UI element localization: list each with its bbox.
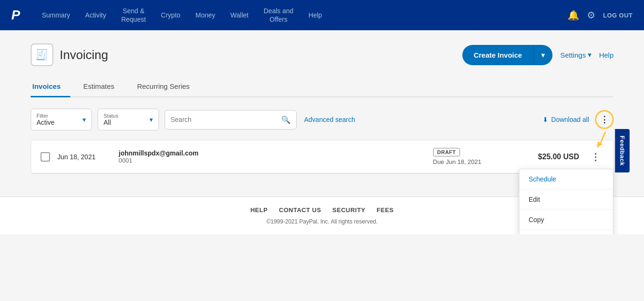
create-invoice-btn-group: Create Invoice ▾ bbox=[462, 45, 553, 65]
download-all-label: Download all bbox=[551, 116, 589, 123]
row-checkbox[interactable] bbox=[41, 152, 50, 162]
context-menu: Schedule Edit Copy Record payment Print … bbox=[519, 169, 613, 234]
footer-help[interactable]: HELP bbox=[251, 206, 268, 214]
search-icon: 🔍 bbox=[281, 115, 291, 124]
context-menu-record-payment[interactable]: Record payment bbox=[519, 230, 613, 234]
download-all-button[interactable]: ⬇ Download all bbox=[543, 116, 589, 123]
nav-send-request[interactable]: Send &Request bbox=[115, 3, 152, 27]
nav-links: Summary Activity Send &Request Crypto Mo… bbox=[35, 3, 568, 27]
invoicing-icon: 🧾 bbox=[31, 43, 53, 66]
footer-copyright: ©1999-2021 PayPal, Inc. All rights reser… bbox=[267, 218, 378, 225]
bell-icon[interactable]: 🔔 bbox=[568, 9, 579, 21]
footer-links: HELP CONTACT US SECURITY FEES bbox=[251, 206, 394, 214]
more-options-button[interactable]: ⋮ bbox=[595, 110, 614, 129]
footer-contact-us[interactable]: CONTACT US bbox=[279, 206, 321, 214]
invoice-amount: $25.00 USD bbox=[518, 153, 579, 161]
status-value: All bbox=[104, 119, 146, 126]
draft-badge: DRAFT bbox=[433, 148, 460, 156]
footer-security[interactable]: SECURITY bbox=[333, 206, 366, 214]
ellipsis-icon: ⋮ bbox=[600, 114, 609, 125]
nav-money[interactable]: Money bbox=[189, 8, 222, 23]
filter-inner: Filter Active bbox=[37, 113, 79, 126]
nav-help[interactable]: Help bbox=[302, 8, 329, 23]
tab-recurring[interactable]: Recurring Series bbox=[135, 77, 199, 97]
invoice-email: johnmillspdx@gmail.com bbox=[119, 149, 433, 157]
filter-value: Active bbox=[37, 119, 79, 126]
download-icon: ⬇ bbox=[543, 116, 548, 123]
status-dropdown[interactable]: Status All ▾ bbox=[98, 109, 159, 130]
nav-wallet[interactable]: Wallet bbox=[224, 8, 255, 23]
settings-button[interactable]: Settings ▾ bbox=[560, 51, 591, 59]
create-invoice-button[interactable]: Create Invoice bbox=[462, 45, 534, 65]
navbar-right: 🔔 ⚙ LOG OUT bbox=[568, 9, 633, 21]
invoice-email-block: johnmillspdx@gmail.com 0001 bbox=[119, 149, 433, 164]
settings-chevron-icon: ▾ bbox=[588, 51, 592, 59]
footer-fees[interactable]: FEES bbox=[376, 206, 393, 214]
nav-crypto[interactable]: Crypto bbox=[154, 8, 187, 23]
invoice-date: Jun 18, 2021 bbox=[58, 153, 109, 161]
feedback-button[interactable]: Feedback bbox=[615, 129, 630, 172]
main-content: 🧾 Invoicing Create Invoice ▾ Settings ▾ … bbox=[16, 30, 629, 174]
context-menu-edit[interactable]: Edit bbox=[519, 189, 613, 210]
page-title-area: 🧾 Invoicing bbox=[31, 43, 109, 66]
advanced-search-link[interactable]: Advanced search bbox=[304, 116, 355, 123]
status-inner: Status All bbox=[104, 113, 146, 126]
filter-label: Filter bbox=[37, 113, 79, 119]
invoice-number: 0001 bbox=[119, 157, 433, 164]
filter-dropdown[interactable]: Filter Active ▾ bbox=[31, 109, 92, 130]
logout-button[interactable]: LOG OUT bbox=[603, 12, 633, 19]
invoice-row-more-button[interactable]: ⋮ bbox=[587, 149, 604, 164]
help-link[interactable]: Help bbox=[599, 51, 614, 59]
due-date: Due Jun 18, 2021 bbox=[433, 158, 482, 165]
create-invoice-dropdown-button[interactable]: ▾ bbox=[533, 45, 552, 65]
nav-deals-offers[interactable]: Deals andOffers bbox=[257, 3, 300, 27]
search-input[interactable] bbox=[171, 116, 277, 123]
filter-chevron-icon: ▾ bbox=[83, 116, 86, 123]
tab-invoices[interactable]: Invoices bbox=[31, 77, 70, 97]
tab-estimates[interactable]: Estimates bbox=[82, 77, 124, 97]
invoice-status-block: DRAFT Due Jun 18, 2021 bbox=[433, 148, 518, 165]
search-box: 🔍 bbox=[165, 110, 297, 129]
navbar: P Summary Activity Send &Request Crypto … bbox=[0, 0, 644, 30]
context-menu-schedule[interactable]: Schedule bbox=[519, 169, 613, 189]
nav-activity[interactable]: Activity bbox=[79, 8, 113, 23]
filters-row: Filter Active ▾ Status All ▾ 🔍 Advanced … bbox=[31, 109, 614, 130]
status-chevron-icon: ▾ bbox=[150, 116, 153, 123]
page-title: Invoicing bbox=[60, 48, 109, 62]
status-label: Status bbox=[104, 113, 146, 119]
context-menu-copy[interactable]: Copy bbox=[519, 210, 613, 230]
settings-label: Settings bbox=[560, 51, 585, 59]
invoice-table: Jun 18, 2021 johnmillspdx@gmail.com 0001… bbox=[31, 140, 614, 174]
gear-icon[interactable]: ⚙ bbox=[587, 9, 595, 21]
page-header: 🧾 Invoicing Create Invoice ▾ Settings ▾ … bbox=[31, 43, 614, 66]
paypal-logo[interactable]: P bbox=[11, 8, 20, 23]
table-row: Jun 18, 2021 johnmillspdx@gmail.com 0001… bbox=[31, 140, 613, 173]
more-options-container: ⋮ bbox=[595, 110, 614, 129]
nav-summary[interactable]: Summary bbox=[35, 8, 77, 23]
tabs-bar: Invoices Estimates Recurring Series bbox=[31, 77, 614, 97]
header-actions: Create Invoice ▾ Settings ▾ Help bbox=[462, 45, 614, 65]
